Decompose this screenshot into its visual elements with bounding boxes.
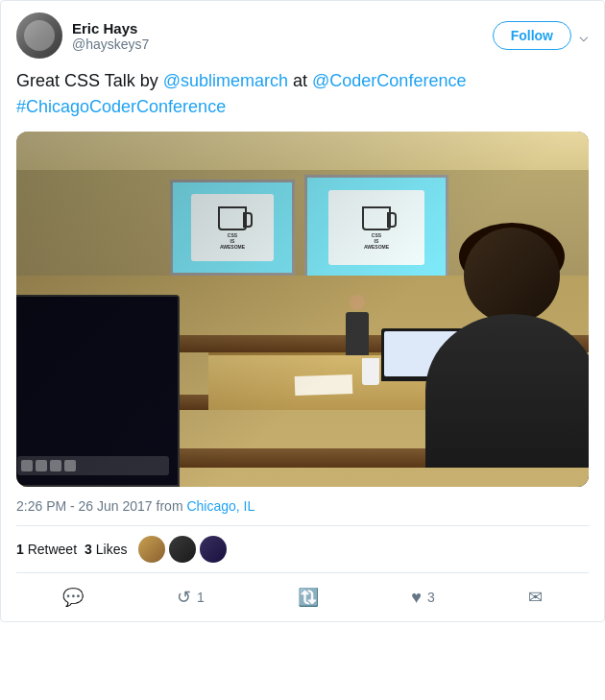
likes-stat[interactable]: 3 Likes xyxy=(85,542,127,557)
retweet-icon: ↺ xyxy=(177,589,191,606)
tweet-actions: 💬 ↺ 1 🔃 ♥ 3 ✉ xyxy=(16,577,589,621)
follow-button[interactable]: Follow xyxy=(493,21,571,50)
reply-icon: 💬 xyxy=(62,589,84,606)
like-icon: ♥ xyxy=(411,589,422,606)
user-name[interactable]: Eric Hays xyxy=(72,20,149,36)
tweet-stats: 1 Retweet 3 Likes xyxy=(16,525,589,573)
tweet-header: Eric Hays @hayskeys7 Follow ⌵ xyxy=(16,12,589,59)
timestamp: 2:26 PM - 26 Jun 2017 from xyxy=(16,498,186,514)
mention-coderconference[interactable]: @CoderConference xyxy=(312,71,466,90)
tweet-header-left: Eric Hays @hayskeys7 xyxy=(16,12,149,59)
liker-avatar-1 xyxy=(138,536,165,563)
avatar[interactable] xyxy=(16,12,62,59)
share-icon: 🔃 xyxy=(298,589,319,606)
paper xyxy=(295,374,353,396)
message-icon: ✉ xyxy=(528,589,543,606)
tweet-text: Great CSS Talk by @sublimemarch at @Code… xyxy=(16,68,589,120)
user-handle[interactable]: @hayskeys7 xyxy=(72,36,149,52)
retweet-stat[interactable]: 1 Retweet xyxy=(16,542,77,557)
location-link[interactable]: Chicago, IL xyxy=(186,498,254,514)
reply-action[interactable]: 💬 xyxy=(55,585,91,610)
person-foreground xyxy=(416,228,589,468)
retweet-count: 1 xyxy=(197,590,205,605)
message-action[interactable]: ✉ xyxy=(520,585,550,610)
like-count: 3 xyxy=(427,590,435,605)
share-action[interactable]: 🔃 xyxy=(290,585,327,610)
tweet-image: CSSISAWESOME CSSISAWESOME xyxy=(16,132,589,487)
retweet-action[interactable]: ↺ 1 xyxy=(169,585,212,610)
laptop-foreground xyxy=(16,295,180,487)
chevron-down-icon[interactable]: ⌵ xyxy=(579,27,589,45)
hashtag-chicagocoderconference[interactable]: #ChicagoCoderConference xyxy=(16,97,226,116)
screen-left: CSSISAWESOME xyxy=(170,180,295,276)
liker-avatars xyxy=(138,536,227,563)
tweet-card: Eric Hays @hayskeys7 Follow ⌵ Great CSS … xyxy=(0,0,605,622)
mention-sublimemarch[interactable]: @sublimemarch xyxy=(163,71,288,90)
presenter xyxy=(343,295,372,372)
like-action[interactable]: ♥ 3 xyxy=(403,585,442,610)
tweet-meta: 2:26 PM - 26 Jun 2017 from Chicago, IL xyxy=(16,498,589,514)
tweet-header-right: Follow ⌵ xyxy=(493,21,589,50)
liker-avatar-3 xyxy=(200,536,227,563)
user-info: Eric Hays @hayskeys7 xyxy=(72,20,149,52)
liker-avatar-2 xyxy=(169,536,196,563)
